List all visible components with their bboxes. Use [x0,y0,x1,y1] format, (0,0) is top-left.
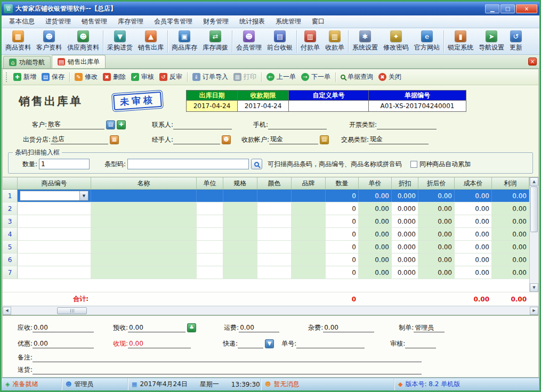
grid-cell[interactable] [223,190,257,202]
remark-input[interactable] [33,353,422,362]
grid-cell[interactable] [257,254,292,266]
grid-cell[interactable]: 0.00 [418,241,455,253]
grid-cell[interactable] [18,228,91,240]
account-input[interactable] [269,135,318,144]
grid-cell[interactable]: 0.00 [492,202,529,215]
misc-fee-input[interactable] [323,323,374,332]
toolbar-item[interactable]: ▣商品库存 [169,29,200,53]
menu-item[interactable]: 财务管理 [198,15,234,28]
grid-cell[interactable] [223,254,257,266]
doc-button-next-doc[interactable]: →下一单 [298,71,333,83]
doc-button-delete[interactable]: ✖删除 [100,71,128,83]
doc-button-edit[interactable]: ✎修改 [72,71,100,83]
close-icon[interactable]: × [516,4,537,13]
vertical-scroll-track[interactable] [530,233,538,283]
column-header[interactable]: 规格 [223,177,257,189]
grid-cell[interactable] [257,190,292,202]
grid-cell[interactable]: 0.00 [492,190,529,202]
chevron-down-icon[interactable]: ▼ [79,191,88,200]
grid-cell[interactable] [292,266,326,279]
grid-cell[interactable] [223,241,257,253]
product-code-combobox[interactable]: ▼ [20,191,88,201]
grid-cell[interactable] [223,215,257,227]
grid-cell[interactable] [292,190,326,202]
grid-cell[interactable]: 0.00 [418,215,455,227]
grid-cell[interactable]: 0.00 [359,202,392,215]
grid-cell[interactable] [292,228,326,240]
freight-input[interactable] [239,323,279,332]
grid-cell[interactable] [257,215,292,227]
grid-cell[interactable]: 0.000 [392,202,418,215]
prepaid-input[interactable] [128,323,185,332]
column-header[interactable]: 单价 [359,177,392,189]
handler-input[interactable] [173,135,220,144]
grid-cell[interactable]: 0.000 [392,215,418,227]
toolbar-item[interactable]: ▦商品资料 [3,29,34,53]
doc-button-unaudit[interactable]: ↺反审 [157,71,185,83]
toolbar-item[interactable]: ☻会员管理 [233,29,264,53]
grid-cell[interactable]: 0.00 [418,254,455,266]
grid-cell[interactable]: 0 [326,202,359,215]
horizontal-scroll-thumb[interactable] [57,307,87,314]
grid-cell[interactable] [292,241,326,253]
grid-cell[interactable]: 0.00 [492,254,529,266]
grid-cell[interactable]: 0 [326,266,359,279]
horizontal-scrollbar[interactable]: ◀ ▶ [3,306,538,315]
table-row[interactable]: 1▼00.000.0000.000.000.00 [3,190,529,202]
grid-cell[interactable] [91,202,197,215]
toolbar-item[interactable]: ↺更新 [507,29,525,53]
grid-cell[interactable]: 0.00 [359,215,392,227]
grid-cell[interactable]: 0 [326,241,359,253]
grid-cell[interactable] [223,266,257,279]
grid-cell[interactable] [292,254,326,266]
account-select-icon[interactable]: ▤ [320,135,329,144]
receivable-input[interactable] [33,323,94,332]
menu-item[interactable]: 窗口 [306,15,330,28]
grid-cell[interactable] [18,215,91,227]
grid-cell[interactable]: 0.00 [492,228,529,240]
toolbar-item[interactable]: e官方网站 [411,29,442,53]
grid-cell[interactable] [18,202,91,215]
express-dropdown-icon[interactable]: ▼ [265,339,274,348]
toolbar-item[interactable]: ☻客户资料 [34,29,64,53]
barcode-search-button[interactable] [251,159,262,169]
grid-cell[interactable]: 0 [326,190,359,202]
menu-item[interactable]: 基本信息 [4,15,40,28]
column-header[interactable]: 商品编号 [18,177,91,189]
grid-cell[interactable]: 0 [326,228,359,240]
grid-cell[interactable] [18,254,91,266]
branch-input[interactable] [51,135,108,144]
menu-item[interactable]: 进货管理 [40,15,76,28]
menu-item[interactable]: 统计报表 [234,15,270,28]
grid-cell[interactable] [197,241,223,253]
grid-cell[interactable]: 0 [326,254,359,266]
toolbar-item[interactable]: ✦修改密码 [381,29,411,53]
menu-item[interactable]: 库存管理 [112,15,149,28]
grid-cell[interactable]: 0.00 [359,228,392,240]
grid-cell[interactable] [91,228,197,240]
table-row[interactable]: 700.000.0000.000.000.00 [3,266,529,279]
toolbar-item[interactable]: ✱系统设置 [350,29,381,53]
grid-cell[interactable]: 0.000 [392,241,418,253]
doc-button-doc-search[interactable]: 单据查询 [338,71,376,83]
vertical-scroll-thumb[interactable] [530,186,538,232]
scroll-left-icon[interactable]: ◀ [3,307,11,315]
grid-cell[interactable] [91,190,197,202]
grid-cell[interactable] [257,228,292,240]
trade-type-input[interactable] [369,135,429,144]
tab-item[interactable]: ⌂功能导航 [3,56,51,68]
customer-input[interactable] [47,120,104,129]
maximize-icon[interactable]: □ [500,4,515,13]
grid-cell[interactable] [197,254,223,266]
prepaid-icon[interactable]: ♣ [187,323,196,332]
delivery-input[interactable] [33,365,422,374]
customer-add-icon[interactable]: ✚ [117,120,126,129]
phone-input[interactable] [268,120,327,129]
column-header[interactable]: 名称 [91,177,197,189]
column-header[interactable]: 折后价 [418,177,455,189]
contact-input[interactable] [173,120,232,129]
branch-select-icon[interactable]: ▦ [110,135,119,144]
grid-cell[interactable]: 0.00 [418,228,455,240]
grid-cell[interactable]: 0.000 [392,228,418,240]
column-header[interactable]: 颜色 [257,177,292,189]
